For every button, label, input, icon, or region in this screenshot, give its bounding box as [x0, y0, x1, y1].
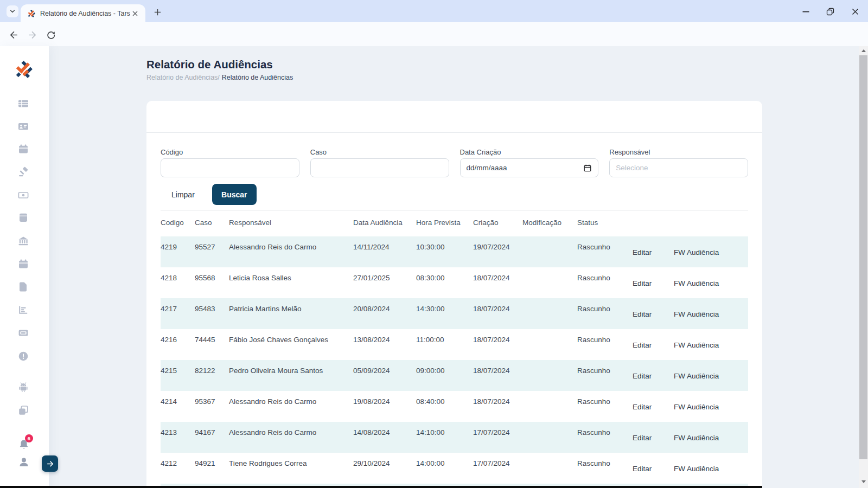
fw-audiencia-link[interactable]: FW Audiência: [674, 279, 719, 287]
calendar-picker-icon[interactable]: [583, 164, 592, 172]
fw-audiencia-link[interactable]: FW Audiência: [674, 403, 719, 411]
responsavel-select[interactable]: [609, 158, 748, 177]
caso-input[interactable]: [310, 158, 449, 177]
sidebar-expand-button[interactable]: [42, 455, 58, 472]
table-row[interactable]: 4219 95527 Alessandro Reis do Carmo 14/1…: [161, 236, 748, 267]
cell-responsavel: Alessandro Reis do Carmo: [229, 422, 353, 453]
edit-link[interactable]: Editar: [633, 279, 652, 287]
fw-audiencia-link[interactable]: FW Audiência: [674, 372, 719, 380]
cell-data-audiencia: 13/08/2024: [353, 329, 416, 360]
book-icon[interactable]: [18, 213, 30, 224]
alert-circle-icon[interactable]: [18, 351, 30, 363]
fw-audiencia-link[interactable]: FW Audiência: [674, 434, 719, 442]
cell-caso: 94921: [195, 453, 229, 484]
file-icon[interactable]: [18, 281, 30, 293]
android-icon[interactable]: [18, 382, 30, 394]
codigo-input[interactable]: [161, 158, 299, 177]
table-row[interactable]: 4218 95568 Leticia Rosa Salles 27/01/202…: [161, 267, 748, 298]
browser-toolbar: tarsilasuite-tudonatarsila.azurewebsites…: [0, 22, 868, 46]
cell-hora-prevista: 08:30:00: [416, 267, 473, 298]
cell-responsavel: Pedro Oliveira Moura Santos: [229, 360, 353, 391]
fw-audiencia-link[interactable]: FW Audiência: [674, 248, 719, 256]
edit-link[interactable]: Editar: [633, 341, 652, 349]
scrollbar-down-button[interactable]: [859, 477, 868, 486]
browser-tab[interactable]: Relatório de Audiências - Tarsila: [21, 4, 145, 22]
edit-link[interactable]: Editar: [633, 465, 652, 473]
scrollbar[interactable]: [859, 46, 868, 488]
cell-responsavel: Fábio José Chaves Gonçalves: [229, 329, 353, 360]
cell-modificacao: [522, 267, 577, 298]
table-body: 4219 95527 Alessandro Reis do Carmo 14/1…: [161, 236, 748, 484]
breadcrumb-parent[interactable]: Relatório de Audiências/: [146, 74, 220, 81]
table-row[interactable]: 4213 94167 Alessandro Reis do Carmo 14/0…: [161, 422, 748, 453]
cell-status: Rascunho: [577, 453, 633, 484]
gavel-icon[interactable]: [18, 166, 30, 178]
tab-search-button[interactable]: [7, 5, 18, 17]
buscar-button[interactable]: Buscar: [212, 184, 257, 205]
edit-link[interactable]: Editar: [633, 434, 652, 442]
fw-audiencia-link[interactable]: FW Audiência: [674, 465, 719, 473]
col-hora-prevista: Hora Prevista: [416, 210, 473, 236]
edit-link[interactable]: Editar: [633, 310, 652, 318]
cell-hora-prevista: 10:30:00: [416, 236, 473, 267]
new-tab-button[interactable]: [152, 7, 163, 17]
forward-button[interactable]: [26, 28, 39, 41]
ticket-icon[interactable]: [18, 328, 30, 339]
fw-audiencia-link[interactable]: FW Audiência: [674, 341, 719, 349]
limpar-button[interactable]: Limpar: [161, 186, 206, 203]
table-row[interactable]: 4214 95367 Alessandro Reis do Carmo 19/0…: [161, 391, 748, 422]
back-button[interactable]: [7, 28, 20, 41]
calendar-icon[interactable]: [18, 144, 30, 156]
cell-status: Rascunho: [577, 267, 633, 298]
table-row[interactable]: 4212 94921 Tiene Rodrigues Correa 29/10/…: [161, 453, 748, 484]
reload-button[interactable]: [44, 28, 58, 41]
table-row[interactable]: 4217 95483 Patricia Martins Melão 20/08/…: [161, 298, 748, 329]
user-icon[interactable]: [18, 456, 30, 468]
money-bill-icon[interactable]: [18, 190, 30, 202]
table-row[interactable]: 4215 82122 Pedro Oliveira Moura Santos 0…: [161, 360, 748, 391]
copy-icon[interactable]: [18, 405, 30, 417]
col-actions-1: [633, 210, 674, 236]
fw-audiencia-link[interactable]: FW Audiência: [674, 310, 719, 318]
cell-status: Rascunho: [577, 329, 633, 360]
col-actions-2: [674, 210, 748, 236]
cell-status: Rascunho: [577, 391, 633, 422]
window-close-button[interactable]: [848, 4, 862, 18]
notification-badge: 6: [25, 434, 33, 442]
filter-responsavel: Responsável: [609, 148, 748, 177]
scrollbar-thumb[interactable]: [859, 55, 867, 459]
table-row[interactable]: 4216 74445 Fábio José Chaves Gonçalves 1…: [161, 329, 748, 360]
col-codigo: Codigo: [161, 210, 195, 236]
cell-caso: 82122: [195, 360, 229, 391]
window-restore-button[interactable]: [823, 4, 837, 18]
cell-modificacao: [522, 329, 577, 360]
bank-icon[interactable]: [18, 236, 30, 248]
col-caso: Caso: [195, 210, 229, 236]
data-criacao-input[interactable]: dd/mm/aaaa: [460, 158, 599, 177]
scrollbar-up-button[interactable]: [859, 46, 868, 55]
cell-criacao: 19/07/2024: [473, 236, 522, 267]
cell-codigo: 4219: [161, 236, 195, 267]
app-logo[interactable]: [14, 60, 34, 79]
col-status: Status: [577, 210, 633, 236]
calendar-alt-icon[interactable]: [18, 259, 30, 271]
edit-link[interactable]: Editar: [633, 248, 652, 256]
chart-bar-icon[interactable]: [18, 305, 30, 317]
audiencias-table: Codigo Caso Responsável Data Audiência H…: [161, 210, 748, 484]
table-list-icon[interactable]: [18, 98, 30, 110]
edit-link[interactable]: Editar: [633, 403, 652, 411]
main-content: Relatório de Audiências Relatório de Aud…: [49, 46, 859, 488]
cell-modificacao: [522, 453, 577, 484]
filter-data-criacao: Data Criação dd/mm/aaaa: [460, 148, 599, 177]
col-criacao: Criação: [473, 210, 522, 236]
arrow-right-icon: [46, 459, 55, 468]
tab-close-icon[interactable]: [130, 9, 140, 18]
date-placeholder: dd/mm/aaaa: [467, 164, 507, 172]
filter-codigo: Código: [161, 148, 299, 177]
responsavel-label: Responsável: [609, 148, 748, 156]
cell-criacao: 18/07/2024: [473, 391, 522, 422]
window-minimize-button[interactable]: [799, 4, 813, 18]
data-criacao-label: Data Criação: [460, 148, 599, 156]
id-card-icon[interactable]: [18, 121, 30, 133]
edit-link[interactable]: Editar: [633, 372, 652, 380]
